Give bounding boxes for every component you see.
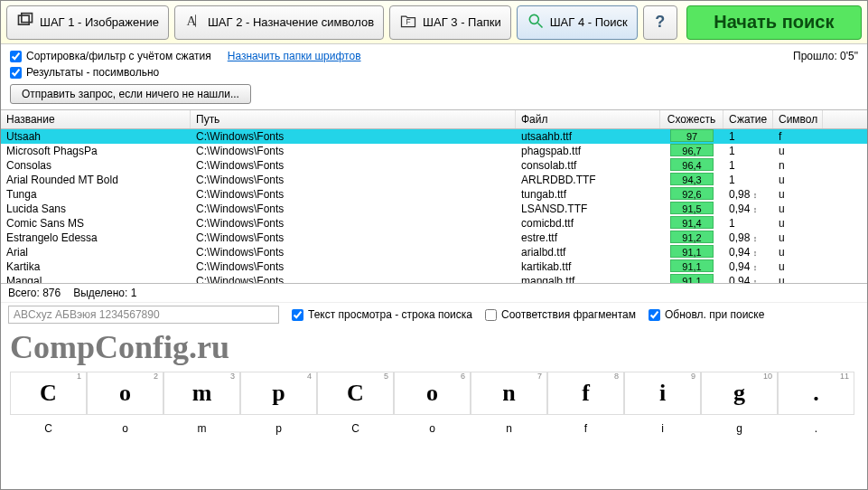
step3-label: ШАГ 3 - Папки xyxy=(423,15,501,29)
svg-text:A: A xyxy=(186,14,196,28)
table-header: Название Путь Файл Схожесть Сжатие Симво… xyxy=(1,110,867,129)
font-a-icon: A xyxy=(184,12,202,33)
table-row[interactable]: Comic Sans MSC:\Windows\Fontscomicbd.ttf… xyxy=(1,216,867,231)
col-name[interactable]: Название xyxy=(1,110,191,128)
fragment-match-checkbox[interactable]: Соответствия фрагментам xyxy=(485,308,636,321)
glyph-cell[interactable]: 10gg xyxy=(701,372,778,435)
status-bar: Всего: 876 Выделено: 1 xyxy=(1,283,867,302)
step1-button[interactable]: ШАГ 1 - Изображение xyxy=(6,5,169,40)
table-row[interactable]: TungaC:\Windows\Fontstungab.ttf92,60,98 … xyxy=(1,187,867,202)
sort-filter-label: Сортировка/фильтр с учётом сжатия xyxy=(26,50,211,62)
table-body[interactable]: UtsaahC:\Windows\Fontsutsaahb.ttf971fMic… xyxy=(1,129,867,283)
glyph-cell[interactable]: 6oo xyxy=(394,372,471,435)
svg-text:F: F xyxy=(406,17,411,26)
step3-button[interactable]: F ШАГ 3 - Папки xyxy=(389,5,511,40)
step2-label: ШАГ 2 - Назначение символов xyxy=(208,15,374,29)
glyph-cell[interactable]: 11.. xyxy=(778,372,854,435)
col-file[interactable]: Файл xyxy=(516,110,660,128)
glyph-cell[interactable]: 3mm xyxy=(163,372,240,435)
col-path[interactable]: Путь xyxy=(191,110,516,128)
glyph-cell[interactable]: 2oo xyxy=(87,372,163,435)
image-icon xyxy=(16,12,34,33)
col-symbol[interactable]: Символ xyxy=(773,110,823,128)
step4-label: ШАГ 4 - Поиск xyxy=(550,15,628,29)
controls-bar: Сортировка/фильтр с учётом сжатия Назнач… xyxy=(1,44,867,80)
search-icon xyxy=(527,12,545,33)
col-similarity[interactable]: Схожесть xyxy=(660,110,723,128)
folder-f-icon: F xyxy=(399,12,417,33)
table-row[interactable]: MangalC:\Windows\Fontsmangalb.ttf91,10,9… xyxy=(1,274,867,283)
send-request-button[interactable]: Отправить запрос, если ничего не нашли..… xyxy=(10,84,251,104)
glyph-cell[interactable]: 4pp xyxy=(240,372,317,435)
preview-text-input[interactable] xyxy=(8,306,279,324)
preview-controls: Текст просмотра - строка поиска Соответс… xyxy=(1,302,867,326)
toolbar: ШАГ 1 - Изображение A ШАГ 2 - Назначение… xyxy=(1,1,867,44)
results-table: Название Путь Файл Схожесть Сжатие Симво… xyxy=(1,109,867,283)
preview-as-search-checkbox[interactable]: Текст просмотра - строка поиска xyxy=(292,308,472,321)
sort-filter-checkbox[interactable]: Сортировка/фильтр с учётом сжатия xyxy=(10,50,211,62)
step4-button[interactable]: ШАГ 4 - Поиск xyxy=(517,5,638,40)
results-per-char-checkbox[interactable]: Результаты - посимвольно xyxy=(10,66,361,79)
svg-rect-1 xyxy=(22,14,33,23)
table-row[interactable]: ConsolasC:\Windows\Fontsconsolab.ttf96,4… xyxy=(1,158,867,173)
table-row[interactable]: UtsaahC:\Windows\Fontsutsaahb.ttf971f xyxy=(1,129,867,144)
start-search-button[interactable]: Начать поиск xyxy=(686,5,862,40)
glyph-cell[interactable]: 9ii xyxy=(624,372,701,435)
assign-font-folders-link[interactable]: Назначить папки шрифтов xyxy=(228,50,361,62)
svg-rect-0 xyxy=(19,15,30,24)
svg-line-6 xyxy=(537,24,542,28)
glyph-cell[interactable]: 7nn xyxy=(471,372,547,435)
help-button[interactable]: ? xyxy=(643,5,677,40)
glyph-cell[interactable]: 8ff xyxy=(547,372,624,435)
svg-point-5 xyxy=(529,14,538,24)
elapsed-time: Прошло: 0'5" xyxy=(793,50,858,62)
glyph-cell[interactable]: 1CC xyxy=(10,372,87,435)
results-per-char-label: Результаты - посимвольно xyxy=(26,66,159,79)
selected-count: Выделено: 1 xyxy=(73,287,136,299)
table-row[interactable]: Microsoft PhagsPaC:\Windows\Fontsphagspa… xyxy=(1,144,867,158)
results-per-char-input[interactable] xyxy=(10,67,22,79)
glyph-strip: 1CC2oo3mm4pp5CC6oo7nn8ff9ii10gg11.. xyxy=(1,368,867,438)
refresh-on-search-checkbox[interactable]: Обновл. при поиске xyxy=(649,308,764,321)
table-row[interactable]: ArialC:\Windows\Fontsarialbd.ttf91,10,94… xyxy=(1,245,867,259)
step2-button[interactable]: A ШАГ 2 - Назначение символов xyxy=(174,5,384,40)
sort-filter-input[interactable] xyxy=(10,51,22,62)
total-count: Всего: 876 xyxy=(8,287,61,299)
table-row[interactable]: KartikaC:\Windows\Fontskartikab.ttf91,10… xyxy=(1,259,867,274)
table-row[interactable]: Estrangelo EdessaC:\Windows\Fontsestre.t… xyxy=(1,231,867,245)
step1-label: ШАГ 1 - Изображение xyxy=(40,15,159,29)
glyph-cell[interactable]: 5CC xyxy=(317,372,394,435)
table-row[interactable]: Lucida SansC:\Windows\FontsLSANSD.TTF91,… xyxy=(1,202,867,216)
table-row[interactable]: Arial Rounded MT BoldC:\Windows\FontsARL… xyxy=(1,173,867,187)
col-compression[interactable]: Сжатие xyxy=(723,110,773,128)
font-sample: CompConfig.ru xyxy=(1,326,867,368)
